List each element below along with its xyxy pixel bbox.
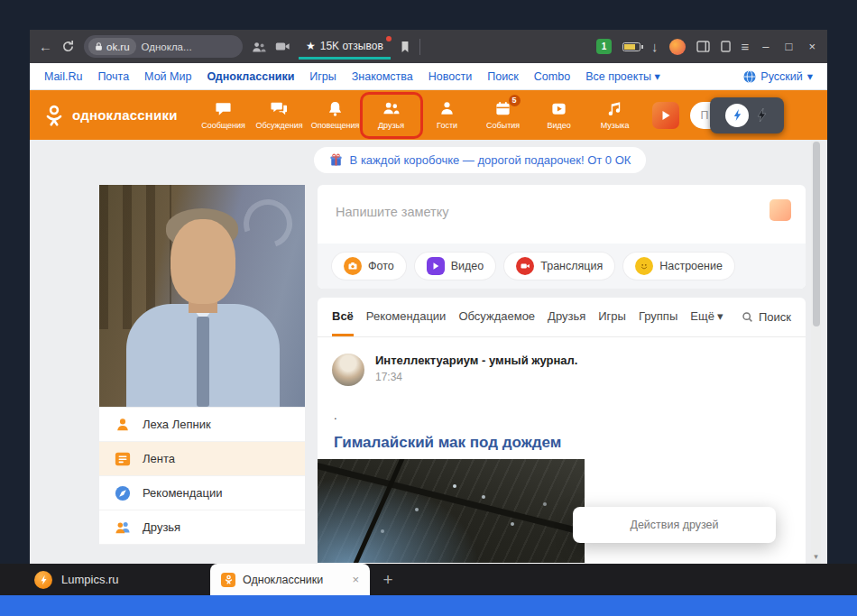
adblock-shield-icon[interactable]: 1 <box>596 39 612 54</box>
feed-tab-discussed[interactable]: Обсуждаемое <box>458 298 535 336</box>
ok-logo-icon <box>42 104 66 127</box>
notification-dot <box>386 36 392 41</box>
post-video-thumbnail[interactable] <box>318 459 585 563</box>
battery-icon[interactable] <box>622 42 640 51</box>
ok-logo[interactable]: одноклассники <box>42 104 178 127</box>
url-host: ok.ru <box>106 41 130 52</box>
extension-people-icon[interactable] <box>252 41 266 53</box>
okmenu-item-messages[interactable]: Сообщения <box>196 94 252 137</box>
tab-odnoklassniki[interactable]: Одноклассники × <box>210 564 370 595</box>
thumbnail-blue-splash <box>318 477 480 563</box>
topnav-link-znakomstva[interactable]: Знакомства <box>352 70 413 83</box>
language-label: Русский <box>760 70 802 83</box>
feed-tab-recommendations[interactable]: Рекомендации <box>366 298 447 336</box>
photo-person-tie <box>197 317 209 407</box>
menu-icon[interactable]: ≡ <box>742 40 750 53</box>
scrollbar-down-button[interactable]: ▾ <box>811 549 821 564</box>
composer-action-photo[interactable]: Фото <box>332 253 406 280</box>
sidebar-item-feed[interactable]: Лента <box>99 442 305 476</box>
videocam-icon <box>516 257 534 275</box>
okmenu-item-video[interactable]: Видео <box>531 94 587 137</box>
address-bar[interactable]: ok.ru Однокла... <box>84 35 243 58</box>
friend-actions-popup: Действия друзей <box>573 507 776 543</box>
topnav-link-mailru[interactable]: Mail.Ru <box>44 70 82 83</box>
search-icon <box>742 311 753 323</box>
topnav-link-odnoklassniki[interactable]: Одноклассники <box>207 70 294 83</box>
lumpics-favicon <box>34 571 52 589</box>
feed-tab-friends[interactable]: Друзья <box>548 298 585 336</box>
sidebar-item-friends[interactable]: Друзья <box>99 510 305 545</box>
profile-avatar-icon[interactable] <box>669 39 686 55</box>
sidebar-item-profile[interactable]: Леха Лепник <box>99 408 305 442</box>
feed-card: Всё Рекомендации Обсуждаемое Друзья Игры… <box>318 298 806 564</box>
video-play-tile[interactable] <box>652 102 679 129</box>
maximize-button[interactable]: □ <box>783 40 796 53</box>
lightning-icon <box>756 107 768 123</box>
photo-person-face <box>170 219 235 304</box>
ok-favicon <box>221 573 235 587</box>
topnav-link-poisk[interactable]: Поиск <box>487 70 519 83</box>
extension-camera-icon[interactable] <box>275 41 290 52</box>
topnav-link-moy-mir[interactable]: Мой Мир <box>144 70 191 83</box>
composer-action-mood[interactable]: Настроение <box>623 253 734 280</box>
browser-window: ← ok.ru Однокла... ★ 15K отзывов <box>30 30 827 564</box>
compass-icon <box>114 485 132 501</box>
download-icon[interactable]: ↓ <box>651 40 659 53</box>
header-search-input[interactable]: П <box>690 102 777 129</box>
new-tab-button[interactable]: + <box>370 564 406 595</box>
bell-icon <box>327 100 344 117</box>
topnav-link-novosti[interactable]: Новости <box>428 70 472 83</box>
composer-action-video[interactable]: Видео <box>415 253 496 280</box>
post-author-name[interactable]: Интеллектуариум - умный журнал. <box>375 354 577 367</box>
friends-icon <box>382 100 400 117</box>
topnav-link-combo[interactable]: Combo <box>534 70 570 83</box>
refresh-icon[interactable] <box>61 40 75 53</box>
back-icon[interactable]: ← <box>39 40 52 53</box>
okmenu-item-guests[interactable]: Гости <box>419 94 475 137</box>
sidebar-item-recommendations[interactable]: Рекомендации <box>99 476 305 510</box>
feed-tab-games[interactable]: Игры <box>598 298 626 336</box>
feed-tab-more[interactable]: Ещё ▾ <box>690 298 723 336</box>
composer-action-stream[interactable]: Трансляция <box>504 253 614 280</box>
host-chip: ok.ru <box>88 38 136 55</box>
post-title-link[interactable]: Гималайский мак под дождем <box>334 434 789 452</box>
okmenu-item-music[interactable]: Музыка <box>587 94 643 137</box>
okmenu-item-events[interactable]: 5 События <box>475 94 531 137</box>
close-button[interactable]: × <box>806 40 818 53</box>
note-style-icon[interactable] <box>769 199 791 221</box>
language-selector[interactable]: Русский ▾ <box>743 69 813 83</box>
browser-toolbar: ← ok.ru Однокла... ★ 15K отзывов <box>30 30 827 63</box>
feed-search[interactable]: Поиск <box>742 298 791 336</box>
scrollbar-thumb[interactable] <box>813 142 820 326</box>
rating-badge[interactable]: ★ 15K отзывов <box>299 33 391 60</box>
tab-lumpics[interactable]: Lumpics.ru <box>0 564 210 595</box>
post-meta: Интеллектуариум - умный журнал. 17:34 <box>375 354 577 386</box>
feed-tab-groups[interactable]: Группы <box>639 298 677 336</box>
chevron-down-icon: ▾ <box>717 309 723 323</box>
play-icon <box>427 257 445 275</box>
feed-tab-all[interactable]: Всё <box>332 298 354 336</box>
okmenu-item-discussions[interactable]: Обсуждения <box>252 94 308 137</box>
tab-odnoklassniki-label: Одноклассники <box>243 574 323 586</box>
minimize-button[interactable]: – <box>760 40 771 53</box>
ok-logo-text: одноклассники <box>72 107 178 123</box>
okmenu-item-friends[interactable]: Друзья <box>364 94 419 137</box>
collections-icon[interactable] <box>721 41 731 52</box>
post-author-avatar[interactable] <box>332 354 364 386</box>
tab-close-icon[interactable]: × <box>352 573 359 586</box>
camera-icon <box>344 257 362 275</box>
guest-icon <box>438 100 456 117</box>
okmenu-item-notifications[interactable]: Оповещения <box>308 94 364 137</box>
profile-photo[interactable] <box>99 185 305 407</box>
star-icon: ★ <box>306 40 316 52</box>
toolbar-right-icons: 1 ↓ ≡ – □ × <box>596 39 818 55</box>
topnav-link-igry[interactable]: Игры <box>309 70 336 83</box>
composer-input[interactable]: Напишите заметку <box>336 205 448 219</box>
bookmark-icon[interactable] <box>400 41 410 53</box>
topnav-link-pochta[interactable]: Почта <box>97 70 129 83</box>
sidebar-panel-icon[interactable] <box>696 41 710 52</box>
annotation-overlay <box>710 97 784 133</box>
promo-banner[interactable]: В каждой коробочке — дорогой подарочек! … <box>314 147 646 173</box>
topnav-link-all-projects[interactable]: Все проекты ▾ <box>585 69 660 83</box>
sidebar-menu: Леха Лепник Лента Рекомендации Друзья <box>99 408 305 545</box>
